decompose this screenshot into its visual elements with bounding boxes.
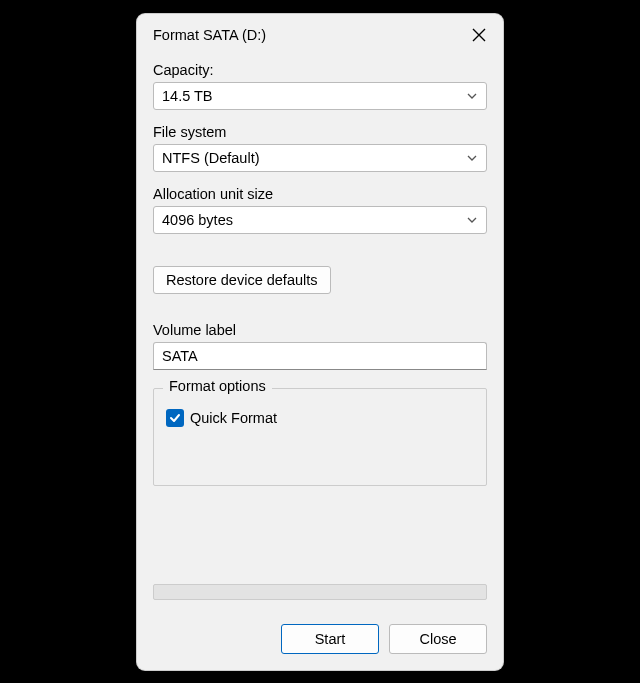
dialog-title: Format SATA (D:) <box>153 27 266 43</box>
restore-defaults-button[interactable]: Restore device defaults <box>153 266 331 294</box>
volume-label-label: Volume label <box>153 322 487 338</box>
volume-label-input[interactable] <box>153 342 487 370</box>
format-options-legend: Format options <box>163 378 272 394</box>
allocation-label: Allocation unit size <box>153 186 487 202</box>
filesystem-label: File system <box>153 124 487 140</box>
filesystem-value: NTFS (Default) <box>162 150 260 166</box>
quick-format-checkbox[interactable] <box>166 409 184 427</box>
titlebar: Format SATA (D:) <box>137 14 503 52</box>
allocation-value: 4096 bytes <box>162 212 233 228</box>
allocation-select[interactable]: 4096 bytes <box>153 206 487 234</box>
capacity-value: 14.5 TB <box>162 88 213 104</box>
dialog-footer: Start Close <box>137 606 503 670</box>
format-options-group: Format options Quick Format <box>153 388 487 486</box>
chevron-down-icon <box>466 152 478 164</box>
quick-format-row: Quick Format <box>166 409 474 427</box>
filesystem-select[interactable]: NTFS (Default) <box>153 144 487 172</box>
capacity-select[interactable]: 14.5 TB <box>153 82 487 110</box>
chevron-down-icon <box>466 214 478 226</box>
close-button[interactable]: Close <box>389 624 487 654</box>
progress-bar <box>153 584 487 600</box>
start-button[interactable]: Start <box>281 624 379 654</box>
format-dialog: Format SATA (D:) Capacity: 14.5 TB File … <box>137 14 503 670</box>
close-icon[interactable] <box>467 23 491 47</box>
chevron-down-icon <box>466 90 478 102</box>
dialog-content: Capacity: 14.5 TB File system NTFS (Defa… <box>137 52 503 606</box>
capacity-label: Capacity: <box>153 62 487 78</box>
quick-format-label: Quick Format <box>190 410 277 426</box>
